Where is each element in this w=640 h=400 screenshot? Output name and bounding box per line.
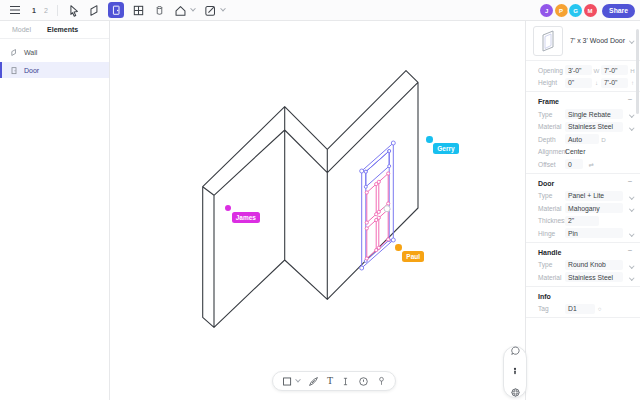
tag-input[interactable]: D1	[565, 304, 595, 314]
frame-alignment-row: Alignment Center	[526, 146, 640, 159]
text-icon[interactable]: T	[327, 376, 333, 386]
chevron-down-icon[interactable]	[629, 38, 634, 43]
avatar[interactable]: G	[569, 4, 582, 17]
handle-material-row: Material Stainless Steel	[526, 271, 640, 284]
chevron-down-icon	[629, 125, 634, 130]
frame-type-select[interactable]: Single Rebate	[565, 109, 623, 119]
person-icon[interactable]	[511, 363, 519, 381]
field-label: Material	[538, 123, 565, 130]
frame-material-select[interactable]: Stainless Steel	[565, 122, 623, 132]
tag-row: Tag D1 ○	[526, 303, 640, 316]
section-title: Frame –	[526, 95, 640, 108]
inspector-panel: 7' x 3' Wood Door Opening 3'-0" W 7'-0" …	[525, 21, 640, 400]
chat-icon[interactable]	[510, 342, 521, 360]
sidebar-item-wall[interactable]: Wall	[0, 44, 109, 60]
sidebar-item-label: Door	[24, 67, 39, 74]
wall-icon	[10, 48, 18, 57]
door-thickness-row: Thickness 2"	[526, 215, 640, 228]
width-suffix: W	[592, 67, 601, 74]
top-toolbar: 1 2 JPGM Share	[0, 0, 640, 21]
field-label: Offset	[538, 161, 565, 168]
handle-material-select[interactable]: Stainless Steel	[565, 272, 623, 282]
door-type-select[interactable]: Panel + Lite	[565, 191, 623, 201]
collaborator-label: Paul	[402, 251, 424, 262]
pen-icon[interactable]	[308, 376, 319, 387]
avatar[interactable]: P	[555, 4, 568, 17]
field-label: Tag	[538, 305, 565, 312]
isometric-drawing	[110, 21, 525, 400]
cursor-icon[interactable]	[66, 3, 80, 17]
tab-elements[interactable]: Elements	[47, 26, 78, 33]
field-label: Type	[538, 261, 565, 268]
opening-height-input[interactable]: 7'-0"	[601, 65, 628, 75]
vertex-handles[interactable]	[360, 141, 396, 270]
menu-icon[interactable]	[8, 3, 22, 17]
chevron-down-icon	[629, 275, 634, 280]
scrollbar-thumb[interactable]	[636, 29, 639, 114]
roof-icon[interactable]	[173, 3, 187, 17]
field-label: Thickness	[538, 217, 565, 224]
chevron-down-icon	[629, 194, 634, 199]
handle-type-select[interactable]: Round Knob	[565, 260, 623, 270]
inspector-header[interactable]: 7' x 3' Wood Door	[526, 21, 640, 61]
collapse-icon[interactable]: –	[628, 246, 632, 253]
chevron-down-icon[interactable]	[220, 6, 226, 12]
field-label: Hinge	[538, 230, 565, 237]
avatar[interactable]: M	[584, 4, 597, 17]
field-label: Alignment	[538, 148, 565, 155]
collapse-icon[interactable]: –	[628, 95, 632, 102]
section-title: Info	[526, 290, 640, 303]
page-1-button[interactable]: 1	[29, 7, 39, 14]
chevron-down-icon	[629, 231, 634, 236]
chevron-down-icon	[629, 112, 634, 117]
collapse-icon[interactable]: –	[628, 177, 632, 184]
door-thickness-input[interactable]: 2"	[565, 216, 599, 226]
chevron-down-icon[interactable]	[295, 377, 301, 383]
height-bottom-input[interactable]: 0"	[565, 78, 592, 88]
door-hinge-select[interactable]: Pin	[565, 228, 623, 238]
column-icon[interactable]	[152, 3, 166, 17]
field-label: Type	[538, 111, 565, 118]
door-knob	[384, 206, 390, 212]
height-top-input[interactable]: 7'-0"	[601, 78, 628, 88]
chevron-down-icon	[629, 263, 634, 268]
page-2-button[interactable]: 2	[41, 7, 51, 14]
target-icon[interactable]: ○	[595, 305, 604, 312]
collaborator-cursor	[426, 136, 433, 143]
field-label: Material	[538, 205, 565, 212]
frame-depth-row: Depth Auto D	[526, 133, 640, 146]
collaborator-label: James	[232, 212, 260, 223]
frame-depth-input[interactable]: Auto	[565, 134, 599, 144]
wall-lines	[203, 71, 418, 328]
pin-icon[interactable]	[377, 375, 386, 387]
field-label: Opening	[538, 67, 565, 74]
share-button[interactable]: Share	[602, 4, 635, 18]
dimensions-section: Opening 3'-0" W 7'-0" H Height 0" ↓ 7'-0…	[526, 61, 640, 92]
wall-icon[interactable]	[87, 3, 101, 17]
frame-offset-row: Offset 0 ⇄	[526, 158, 640, 171]
shape-icon[interactable]	[282, 376, 300, 387]
orbit-icon[interactable]	[510, 384, 521, 400]
annotate-icon[interactable]	[203, 3, 217, 17]
window-icon[interactable]	[131, 3, 145, 17]
handle-type-row: Type Round Knob	[526, 259, 640, 272]
offset-arrows-icon[interactable]: ⇄	[583, 161, 599, 168]
frame-offset-input[interactable]: 0	[565, 159, 583, 169]
tab-model[interactable]: Model	[12, 26, 31, 33]
door-material-select[interactable]: Mahogany	[565, 203, 623, 213]
dimension-icon[interactable]	[358, 376, 369, 387]
field-label: Material	[538, 274, 565, 281]
element-thumbnail	[533, 26, 563, 56]
sidebar-item-door[interactable]: Door	[0, 62, 109, 78]
door-icon	[10, 66, 18, 75]
element-title: 7' x 3' Wood Door	[570, 37, 625, 44]
frame-alignment-value[interactable]: Center	[565, 148, 585, 155]
avatar[interactable]: J	[540, 4, 553, 17]
collaborator-cursor	[395, 244, 402, 251]
chevron-down-icon[interactable]	[190, 6, 196, 12]
door-icon[interactable]	[108, 2, 124, 18]
canvas[interactable]: JamesGerryPaul T	[110, 21, 525, 400]
avatar-stack: JPGM	[540, 4, 597, 17]
ibeam-icon[interactable]	[341, 376, 350, 387]
opening-width-input[interactable]: 3'-0"	[565, 65, 592, 75]
